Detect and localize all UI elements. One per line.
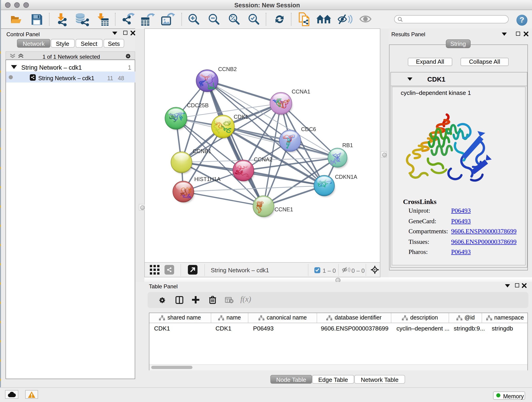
svg-text:CCNA1: CCNA1 (292, 89, 310, 95)
svg-text:CDK1: CDK1 (234, 114, 248, 120)
svg-text:HIST1H1A: HIST1H1A (194, 176, 221, 182)
svg-text:CDKN1A: CDKN1A (335, 174, 357, 180)
svg-text:CDC25B: CDC25B (187, 102, 209, 108)
svg-text:CCNE1: CCNE1 (274, 206, 293, 212)
svg-text:RB1: RB1 (342, 142, 353, 148)
svg-text:CCNA2: CCNA2 (254, 156, 272, 162)
svg-text:CDC6: CDC6 (301, 126, 316, 132)
svg-text:CCNB2: CCNB2 (218, 66, 237, 72)
svg-text:CCNB1: CCNB1 (193, 148, 211, 154)
